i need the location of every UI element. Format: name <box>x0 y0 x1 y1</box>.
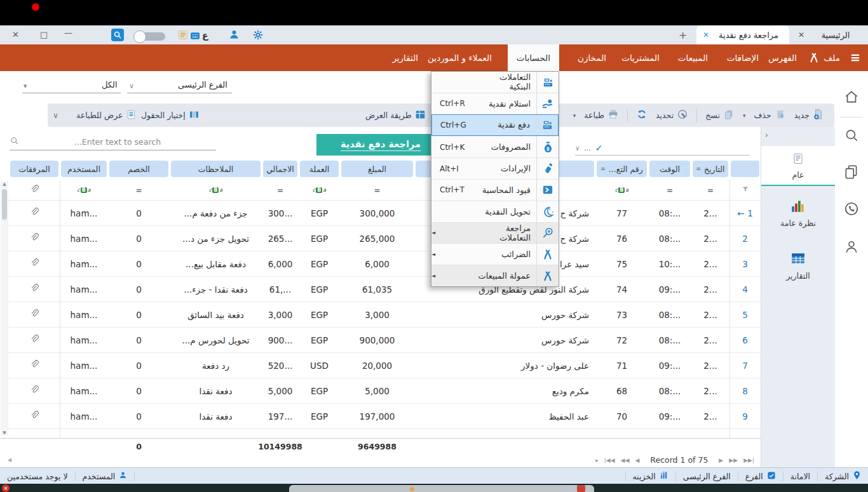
print-preview-button[interactable]: عرض للطباعة <box>76 103 137 127</box>
menu-item-4[interactable]: الإيراداتAlt+I <box>431 157 559 179</box>
scope-select-underline[interactable] <box>22 93 121 93</box>
row-1-cell-discount[interactable]: 0 <box>108 201 170 226</box>
row-9-cell-num[interactable]: 70 <box>595 404 648 429</box>
new-button[interactable]: جديد <box>794 109 824 122</box>
new-tab-button[interactable]: + <box>679 29 687 41</box>
row-2-cell-total[interactable]: 265... <box>262 226 299 251</box>
row-8-cell-attach[interactable] <box>9 378 60 404</box>
row-2-cell-attach[interactable] <box>9 226 60 251</box>
next-record-icon[interactable]: ▶ <box>719 457 723 463</box>
row-7-cell-account[interactable]: على رضوان - دولار <box>414 353 595 378</box>
tab-cash-payment-review[interactable]: ✕ مراجعة دفع نقدية <box>696 25 789 44</box>
row-8-cell-account[interactable]: مكرم وديع <box>414 378 595 404</box>
row-9-cell-amount[interactable]: 197,000 <box>340 404 414 429</box>
menubar-item-4[interactable]: المشتريات <box>619 44 662 71</box>
row-9-cell-attach[interactable] <box>9 404 60 429</box>
row-2-cell-currency[interactable]: EGP <box>299 226 340 251</box>
row-1-cell-amount[interactable]: 300,000 <box>340 201 414 226</box>
menu-item-6[interactable]: تحويل النقدية <box>431 201 559 222</box>
ellipsis-button[interactable]: ... <box>584 144 591 152</box>
delete-button[interactable]: حذف <box>754 109 785 122</box>
window-minimize-button[interactable]: — <box>64 28 72 37</box>
filter-cell-num[interactable]: aBc <box>595 180 648 201</box>
menu-item-8[interactable]: الضرائب◄ <box>431 243 559 265</box>
row-1-cell-attach[interactable] <box>9 201 60 226</box>
row-3-cell-date[interactable]: 2... <box>691 251 729 277</box>
row-3-cell-discount[interactable]: 0 <box>108 251 170 277</box>
row-7-cell-user[interactable]: ham... <box>60 353 108 378</box>
row-7-cell-discount[interactable]: 0 <box>108 353 170 378</box>
row-4-cell-total[interactable]: 61,... <box>262 277 299 302</box>
search-input[interactable] <box>19 136 216 147</box>
row-8-cell-user[interactable]: ham... <box>60 378 108 404</box>
scroll-up-icon[interactable]: ▲ <box>3 182 6 187</box>
menubar-item-2[interactable]: الإضافات <box>724 44 761 71</box>
view-mode-button[interactable]: طريقة العرض <box>365 103 426 127</box>
toolbar-collapse-chevron-icon[interactable]: ∨ <box>53 103 58 127</box>
row-8-cell-currency[interactable]: EGP <box>299 378 340 404</box>
delete-dropdown-arrow-icon[interactable]: ▾ <box>743 112 746 119</box>
row-1-cell-total[interactable]: 300... <box>262 201 299 226</box>
row-4-cell-time[interactable]: 09:... <box>648 277 691 302</box>
status-treasury[interactable]: الخزينه <box>625 471 675 481</box>
scope-select-value[interactable]: الكل <box>102 80 118 90</box>
row-2-cell-num[interactable]: 76 <box>595 226 648 251</box>
status-safe[interactable]: الامانة <box>783 471 817 481</box>
row-4-cell-attach[interactable] <box>9 277 60 302</box>
branch-select-underline[interactable] <box>127 93 232 93</box>
row-9-cell-total[interactable]: 197... <box>262 404 299 429</box>
column-header-attach[interactable]: المرفقات <box>9 157 60 180</box>
row-6-cell-total[interactable]: 900... <box>262 328 299 353</box>
sidebar-tab-overview[interactable]: نظرة عامة <box>761 198 835 228</box>
menu-item-2[interactable]: دفع نقديةCtrl+G <box>431 114 559 136</box>
filter-cell-idx[interactable] <box>729 180 761 201</box>
keyboard-icon[interactable] <box>191 32 200 41</box>
menu-item-9[interactable]: عمولة المبيعات◄ <box>431 265 559 286</box>
row-7-cell-num[interactable]: 71 <box>595 353 648 378</box>
menubar-item-1[interactable]: الفهرس <box>766 44 799 71</box>
whatsapp-icon[interactable] <box>843 201 860 219</box>
row-1-cell-user[interactable]: ham... <box>60 201 108 226</box>
filter-cell-total[interactable]: = <box>262 180 299 201</box>
row-8-cell-date[interactable]: 2... <box>691 378 729 404</box>
sidebar-tab-general[interactable]: عام <box>761 146 835 186</box>
row-3-cell-user[interactable]: ham... <box>60 251 108 277</box>
filter-cell-attach[interactable] <box>9 180 60 201</box>
row-5-cell-num[interactable]: 73 <box>595 302 648 328</box>
status-main-branch[interactable]: الفرع الرئيسى <box>675 471 738 481</box>
settings-gear-icon[interactable] <box>252 29 264 43</box>
row-6-cell-user[interactable]: ham... <box>60 328 108 353</box>
menu-item-0[interactable]: التعاملات البنكية <box>431 72 559 93</box>
row-3-cell-idx[interactable]: 3 <box>729 251 761 277</box>
status-company[interactable]: الشركة <box>817 471 868 481</box>
prev-page-icon[interactable]: ◀◀ <box>621 457 630 463</box>
row-2-cell-idx[interactable]: 2 <box>729 226 761 251</box>
row-1-cell-currency[interactable]: EGP <box>299 201 340 226</box>
row-8-cell-time[interactable]: 08:... <box>648 378 691 404</box>
row-8-cell-notes[interactable]: دفعة نقدا <box>170 378 262 404</box>
row-4-cell-discount[interactable]: 0 <box>108 277 170 302</box>
row-7-cell-notes[interactable]: رد دفعة <box>170 353 262 378</box>
row-1-cell-notes[interactable]: جزء من دفعة م... <box>170 201 262 226</box>
refresh-button[interactable] <box>636 109 648 122</box>
status-branch[interactable]: الفرع <box>738 471 783 481</box>
menubar-item-7[interactable]: العملاء و الموردين <box>425 44 494 71</box>
row-9-cell-discount[interactable]: 0 <box>108 404 170 429</box>
row-4-cell-notes[interactable]: دفعة نقدا - جزء... <box>170 277 262 302</box>
row-6-cell-date[interactable]: 2... <box>691 328 729 353</box>
branch-select-value[interactable]: الفرع الرئيسى <box>178 80 227 90</box>
menu-item-1[interactable]: استلام نقديةCtrl+R <box>431 93 559 114</box>
menubar-item-0[interactable]: ملف <box>821 44 843 71</box>
menubar-item-5[interactable]: المخازن <box>575 44 609 71</box>
last-record-icon[interactable]: ▶▶| <box>743 457 754 463</box>
first-record-icon[interactable]: |◀◀ <box>604 457 615 463</box>
row-7-cell-time[interactable]: 09:... <box>648 353 691 378</box>
row-7-cell-total[interactable]: 520... <box>262 353 299 378</box>
choose-fields-button[interactable]: إختيار الحقول <box>141 103 200 127</box>
row-6-cell-attach[interactable] <box>9 328 60 353</box>
column-header-total[interactable]: الاجمالي <box>262 157 299 180</box>
tab-home[interactable]: ✕ الرئيسية <box>792 25 868 44</box>
window-restore-button[interactable]: □ <box>40 30 48 39</box>
menubar-item-6[interactable]: الحسابات <box>508 44 559 71</box>
row-9-cell-notes[interactable]: دفعة نقدا <box>170 404 262 429</box>
